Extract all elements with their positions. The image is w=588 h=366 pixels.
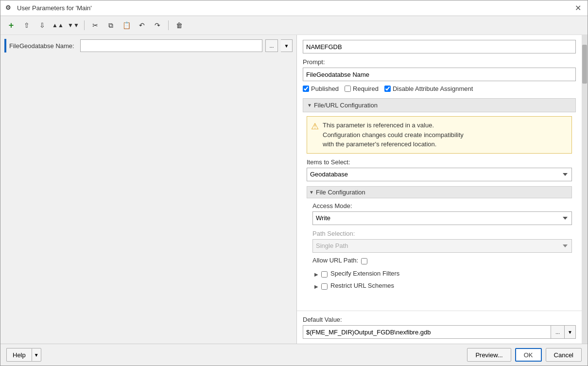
file-url-section-title: File/URL Configuration — [314, 102, 378, 109]
published-checkbox[interactable] — [303, 86, 309, 92]
access-mode-dropdown[interactable]: Read Write Read/Write — [312, 211, 572, 225]
redo-button[interactable]: ↷ — [151, 19, 164, 32]
param-browse-button[interactable]: ... — [265, 39, 278, 52]
specify-extension-checkbox[interactable] — [321, 271, 328, 278]
footer-left: Help ▼ — [6, 348, 41, 362]
file-url-collapse-arrow: ▼ — [307, 103, 312, 108]
move-down-button[interactable]: ⇩ — [35, 19, 49, 32]
separator-2 — [168, 20, 169, 30]
app-icon: ⚙ — [5, 4, 14, 13]
dialog-title: User Parameters for 'Main' — [17, 4, 92, 12]
allow-url-row: Allow URL Path: — [312, 257, 572, 266]
prompt-input[interactable] — [303, 68, 576, 81]
default-value-section: Default Value: ... ▼ — [297, 311, 582, 344]
param-indicator — [4, 39, 6, 52]
restrict-url-row: ▶ Restrict URL Schemes — [312, 282, 572, 291]
warning-box: ⚠ This parameter is referenced in a valu… — [307, 116, 572, 154]
restrict-url-checkbox[interactable] — [321, 283, 328, 290]
allow-url-label: Allow URL Path: — [312, 257, 358, 264]
file-url-section-header[interactable]: ▼ File/URL Configuration — [303, 98, 576, 112]
param-value-input[interactable] — [80, 39, 262, 52]
specify-extension-row: ▶ Specify Extension Filters — [312, 270, 572, 279]
scrollbar-thumb — [582, 45, 587, 84]
file-url-section-content: ⚠ This parameter is referenced in a valu… — [303, 116, 576, 299]
move-to-top-button[interactable]: ▲▲ — [51, 19, 65, 32]
move-up-button[interactable]: ⇧ — [20, 19, 34, 32]
default-value-input[interactable] — [303, 325, 551, 339]
preview-button[interactable]: Preview... — [467, 348, 511, 362]
warning-line-2: Configuration changes could create incom… — [323, 130, 464, 140]
file-config-collapse-arrow: ▼ — [309, 190, 314, 195]
disable-attribute-checkbox[interactable] — [384, 86, 391, 92]
param-dropdown-button[interactable]: ▼ — [281, 39, 293, 52]
warning-icon: ⚠ — [311, 121, 319, 132]
prompt-label: Prompt: — [303, 58, 576, 66]
disable-attribute-label: Disable Attribute Assignment — [393, 85, 473, 92]
default-dropdown-button[interactable]: ▼ — [564, 325, 576, 339]
move-to-bottom-button[interactable]: ▼▼ — [67, 19, 80, 32]
path-selection-dropdown[interactable]: Single Path Multiple Paths — [312, 239, 572, 253]
name-input[interactable] — [303, 40, 576, 53]
cancel-button[interactable]: Cancel — [546, 348, 582, 362]
path-selection-label: Path Selection: — [312, 230, 572, 237]
file-config-content: Access Mode: Read Write Read/Write Path … — [307, 202, 572, 291]
items-to-select-dropdown[interactable]: Geodatabase File Folder — [307, 168, 572, 181]
warning-line-1: This parameter is referenced in a value. — [323, 121, 464, 130]
close-button[interactable]: ✕ — [573, 3, 583, 13]
footer: Help ▼ Preview... OK Cancel — [0, 344, 588, 366]
required-label: Required — [353, 85, 379, 92]
specify-extension-label: Specify Extension Filters — [330, 270, 399, 277]
published-checkbox-item: Published — [303, 85, 339, 92]
copy-button[interactable]: ⧉ — [104, 19, 118, 32]
title-bar-left: ⚙ User Parameters for 'Main' — [5, 4, 92, 13]
content-area: FileGeodatabse Name: ... ▼ Prompt: Publi… — [0, 35, 588, 344]
disable-attribute-checkbox-item: Disable Attribute Assignment — [384, 85, 473, 92]
warning-text: This parameter is referenced in a value.… — [323, 121, 464, 149]
default-value-row: ... ▼ — [303, 325, 576, 339]
paste-button[interactable]: 📋 — [120, 19, 133, 32]
file-config-section-header[interactable]: ▼ File Configuration — [307, 186, 572, 198]
file-config-title: File Configuration — [316, 189, 365, 196]
required-checkbox[interactable] — [345, 86, 351, 92]
right-panel: Prompt: Published Required Disable Attri… — [297, 35, 582, 344]
right-scrollable: Prompt: Published Required Disable Attri… — [297, 35, 582, 311]
restrict-url-arrow: ▶ — [314, 284, 318, 289]
main-dialog: ⚙ User Parameters for 'Main' ✕ + ⇧ ⇩ ▲▲ … — [0, 0, 588, 366]
ok-button[interactable]: OK — [515, 348, 542, 362]
help-button[interactable]: Help — [6, 348, 32, 362]
required-checkbox-item: Required — [345, 85, 379, 92]
help-dropdown-button[interactable]: ▼ — [32, 348, 41, 362]
checkbox-row: Published Required Disable Attribute Ass… — [303, 85, 576, 92]
delete-button[interactable]: 🗑 — [173, 19, 186, 32]
items-to-select-label: Items to Select: — [307, 158, 572, 166]
restrict-url-label: Restrict URL Schemes — [330, 282, 394, 289]
specify-extension-arrow: ▶ — [314, 272, 318, 277]
undo-button[interactable]: ↶ — [135, 19, 149, 32]
separator-1 — [84, 20, 85, 30]
allow-url-checkbox[interactable] — [361, 258, 367, 264]
scrollbar[interactable] — [582, 35, 588, 344]
add-button[interactable]: + — [4, 19, 18, 32]
title-bar: ⚙ User Parameters for 'Main' ✕ — [0, 0, 588, 16]
default-browse-button[interactable]: ... — [551, 325, 564, 339]
default-value-label: Default Value: — [303, 316, 576, 323]
published-label: Published — [311, 85, 339, 92]
left-panel: FileGeodatabse Name: ... ▼ — [0, 35, 297, 344]
parameter-row: FileGeodatabse Name: ... ▼ — [4, 39, 293, 52]
warning-line-3: with the parameter's referenced location… — [323, 139, 464, 149]
footer-right: Preview... OK Cancel — [467, 348, 582, 362]
param-label: FileGeodatabse Name: — [9, 42, 77, 50]
cut-button[interactable]: ✂ — [88, 19, 102, 32]
access-mode-label: Access Mode: — [312, 202, 572, 209]
toolbar: + ⇧ ⇩ ▲▲ ▼▼ ✂ ⧉ 📋 ↶ ↷ 🗑 — [0, 16, 588, 35]
